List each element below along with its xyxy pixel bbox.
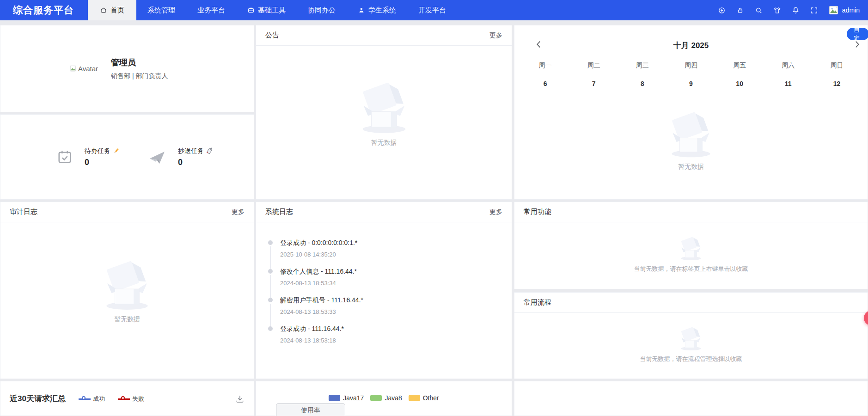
main-menu: 首页 系统管理 业务平台 基础工具 协同办公 学生系统 — [88, 0, 457, 20]
nav-item-system[interactable]: 系统管理 — [136, 0, 186, 20]
profile-card: Avatar 管理员 销售部 | 部门负责人 — [0, 25, 254, 112]
calendar-custom-button[interactable]: 自定 — [847, 28, 868, 40]
label-tag-emoji — [206, 147, 213, 155]
avatar[interactable]: Avatar — [70, 65, 98, 73]
user-display-name: 管理员 — [111, 57, 168, 68]
announcements-empty: 暂无数据 — [256, 46, 512, 182]
line-marker-icon — [118, 397, 130, 401]
calendar-date[interactable]: 12 — [813, 74, 861, 93]
audit-log-more-link[interactable]: 更多 — [232, 208, 245, 216]
calendar-date[interactable]: 11 — [764, 74, 813, 93]
legend-swatch-icon — [409, 395, 420, 401]
favorite-functions-empty: 当前无数据，请在标签页上右键单击以收藏 — [514, 222, 868, 287]
nav-item-business[interactable]: 业务平台 — [186, 0, 236, 20]
system-log-more-link[interactable]: 更多 — [489, 208, 502, 216]
calendar-card: 十月 2025 周一 周二 周三 周四 周五 周六 周日 6 7 8 9 10 … — [514, 25, 868, 200]
user-dept-role: 销售部 | 部门负责人 — [111, 72, 168, 80]
nav-item-label: 协同办公 — [308, 6, 336, 15]
fullscreen-icon[interactable] — [810, 6, 818, 14]
avatar — [829, 5, 839, 16]
circle-plus-icon[interactable] — [718, 6, 726, 14]
log-entry-time: 2025-10-08 14:35:20 — [280, 251, 512, 258]
weekday-label: 周一 — [521, 58, 569, 72]
favorite-functions-card: 常用功能 当前无数据，请在标签页上右键单击以收藏 — [514, 202, 868, 289]
lock-icon[interactable] — [736, 6, 744, 14]
calendar-date[interactable]: 6 — [521, 74, 569, 93]
navbar-actions: admin — [718, 5, 868, 16]
nav-item-office[interactable]: 协同办公 — [297, 0, 347, 20]
todo-task-count: 0 — [85, 158, 120, 167]
legend-java17[interactable]: Java17 — [329, 394, 364, 402]
empty-text: 当前无数据，请在标签页上右键单击以收藏 — [634, 265, 748, 273]
empty-box-illustration — [677, 236, 705, 261]
calendar-date[interactable]: 7 — [569, 74, 618, 93]
log-entry: 解密用户手机号 - 111.16.44.* 2024-08-13 18:53:3… — [268, 296, 512, 325]
log-entry: 登录成功 - 111.16.44.* 2024-08-13 18:53:18 — [268, 325, 512, 354]
log-entry-title: 登录成功 - 0:0:0:0:0:0:0:1.* — [280, 239, 512, 247]
log-entry: 修改个人信息 - 111.16.44.* 2024-08-13 18:53:34 — [268, 268, 512, 296]
calendar-date[interactable]: 9 — [666, 74, 715, 93]
nav-item-home[interactable]: 首页 — [88, 0, 136, 20]
app-logo: 综合服务平台 — [0, 4, 88, 17]
usage-table-header: 使用率 — [276, 404, 345, 416]
bell-icon[interactable] — [792, 6, 800, 14]
nav-item-label: 基础工具 — [258, 6, 286, 15]
nav-item-student[interactable]: 学生系统 — [347, 0, 407, 20]
dashboard-page: 综合服务平台 首页 系统管理 业务平台 基础工具 协同办公 — [0, 0, 868, 416]
calendar-date[interactable]: 10 — [715, 74, 764, 93]
legend-fail[interactable]: 失败 — [118, 395, 144, 403]
favorite-flows-card: 常用流程 当前无数据，请在流程管理选择以收藏 — [514, 292, 868, 379]
log-entry-time: 2024-08-13 18:53:34 — [280, 280, 512, 287]
nav-item-label: 业务平台 — [197, 6, 225, 15]
legend-java8[interactable]: Java8 — [370, 394, 402, 402]
legend-success[interactable]: 成功 — [79, 395, 105, 403]
task-summary-card: 待办任务 0 抄送任务 — [0, 114, 254, 200]
cc-task-stat[interactable]: 抄送任务 0 — [148, 147, 213, 167]
weekday-label: 周四 — [666, 58, 715, 72]
empty-box-illustration — [664, 111, 718, 159]
empty-box-illustration — [677, 326, 705, 351]
audit-log-empty: 暂无数据 — [0, 222, 254, 361]
legend-other-label: Other — [423, 394, 439, 402]
weekday-label: 周六 — [764, 58, 813, 72]
request-summary-title: 近30天请求汇总 — [10, 393, 66, 404]
log-entry: 登录成功 - 0:0:0:0:0:0:0:1.* 2025-10-08 14:3… — [268, 239, 512, 268]
line-marker-icon — [79, 397, 91, 401]
empty-text: 当前无数据，请在流程管理选择以收藏 — [640, 355, 742, 363]
todo-task-stat[interactable]: 待办任务 0 — [57, 147, 120, 167]
legend-swatch-icon — [370, 395, 382, 401]
nav-item-label: 系统管理 — [147, 6, 175, 15]
log-entry-title: 登录成功 - 111.16.44.* — [280, 325, 512, 333]
weekday-label: 周二 — [569, 58, 618, 72]
calendar-date-row: 6 7 8 9 10 11 12 — [521, 74, 861, 93]
calendar-month-title: 十月 2025 — [514, 40, 868, 51]
legend-other[interactable]: Other — [409, 394, 439, 402]
log-entry-time: 2024-08-13 18:53:33 — [280, 308, 512, 315]
usage-table: 使用率 — [276, 404, 345, 416]
favorite-flows-title: 常用流程 — [524, 298, 551, 307]
theme-shirt-icon[interactable] — [773, 6, 781, 14]
favorite-flows-empty: 当前无数据，请在流程管理选择以收藏 — [514, 313, 868, 377]
top-navbar: 综合服务平台 首页 系统管理 业务平台 基础工具 协同办公 — [0, 0, 868, 20]
legend-swatch-icon — [329, 395, 340, 401]
nav-item-dev[interactable]: 开发平台 — [407, 0, 457, 20]
legend-java8-label: Java8 — [385, 394, 402, 402]
search-icon[interactable] — [755, 6, 763, 14]
empty-text: 暂无数据 — [371, 139, 397, 147]
legend-java17-label: Java17 — [343, 394, 364, 402]
empty-text: 暂无数据 — [114, 315, 140, 324]
weekday-label: 周日 — [813, 58, 861, 72]
nav-item-label: 开发平台 — [418, 6, 446, 15]
user-menu[interactable]: admin — [829, 5, 860, 16]
weekday-label: 周三 — [618, 58, 666, 72]
calendar-empty: 暂无数据 — [514, 93, 868, 189]
audit-log-title: 审计日志 — [10, 208, 37, 216]
announcements-more-link[interactable]: 更多 — [489, 31, 502, 40]
log-entry-time: 2024-08-13 18:53:18 — [280, 337, 512, 344]
log-entry-title: 修改个人信息 - 111.16.44.* — [280, 268, 512, 276]
download-icon[interactable] — [235, 394, 245, 404]
username-label: admin — [842, 6, 860, 14]
legend-success-label: 成功 — [93, 395, 105, 403]
calendar-date[interactable]: 8 — [618, 74, 666, 93]
nav-item-tools[interactable]: 基础工具 — [236, 0, 297, 20]
